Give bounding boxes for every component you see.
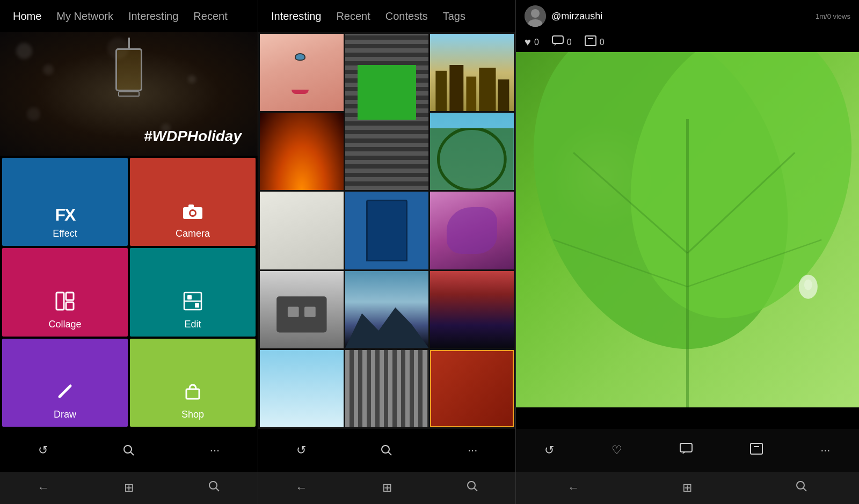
photo-item-5[interactable] bbox=[430, 113, 514, 190]
photo-item-13[interactable] bbox=[345, 350, 429, 427]
tile-camera[interactable]: Camera bbox=[130, 158, 256, 246]
tile-collage[interactable]: Collage bbox=[2, 248, 128, 336]
heart-icon: ♥ bbox=[525, 36, 531, 48]
hero-image: #WDPHoliday bbox=[0, 32, 258, 156]
svg-rect-25 bbox=[276, 297, 326, 333]
username: @mirzaushi bbox=[551, 11, 602, 22]
tile-camera-label: Camera bbox=[176, 228, 210, 239]
svg-rect-20 bbox=[467, 76, 477, 111]
detail-refresh-button[interactable]: ↺ bbox=[544, 443, 554, 457]
tab-home[interactable]: Home bbox=[5, 0, 49, 32]
photo-item-2[interactable] bbox=[345, 34, 429, 190]
tile-effect[interactable]: FX Effect bbox=[2, 158, 128, 246]
photo-item-1[interactable] bbox=[260, 34, 344, 111]
illus-shape bbox=[447, 207, 497, 254]
panel2-home-button[interactable]: ⊞ bbox=[382, 481, 392, 495]
detail-comment-button[interactable] bbox=[680, 443, 693, 458]
hero-text: #WDPHoliday bbox=[144, 128, 242, 145]
svg-rect-5 bbox=[66, 293, 74, 300]
lantern-bottom bbox=[118, 91, 140, 97]
tab2-contests[interactable]: Contests bbox=[378, 0, 435, 32]
photo-item-9[interactable] bbox=[260, 271, 344, 348]
svg-rect-36 bbox=[552, 36, 563, 43]
photo-item-6[interactable] bbox=[260, 192, 344, 269]
collage-icon bbox=[55, 291, 75, 316]
mountain-bg bbox=[345, 271, 429, 348]
share-icon bbox=[585, 35, 596, 49]
photo-item-14[interactable] bbox=[430, 350, 514, 427]
svg-rect-22 bbox=[498, 79, 509, 111]
photo-item-3[interactable] bbox=[430, 34, 514, 111]
photo-item-4[interactable] bbox=[260, 113, 344, 190]
tab-recent[interactable]: Recent bbox=[186, 0, 235, 32]
svg-rect-4 bbox=[56, 293, 64, 310]
comments-count: 0 bbox=[567, 38, 572, 47]
eye-detail bbox=[295, 53, 305, 61]
detail-more-button[interactable]: ··· bbox=[820, 443, 830, 457]
bokeh-dot bbox=[188, 75, 196, 83]
svg-point-34 bbox=[531, 9, 540, 18]
search-button[interactable] bbox=[118, 440, 140, 461]
svg-rect-27 bbox=[304, 307, 316, 317]
tile-edit[interactable]: Edit bbox=[130, 248, 256, 336]
svg-rect-3 bbox=[188, 204, 194, 208]
panel-photo-detail: @mirzaushi 1m/0 views ♥ 0 0 bbox=[515, 0, 859, 504]
detail-heart-button[interactable]: ♡ bbox=[612, 443, 622, 457]
trees-bg bbox=[430, 113, 514, 190]
landscape-bg bbox=[430, 271, 514, 348]
door-shape bbox=[366, 200, 408, 261]
photo-item-12[interactable] bbox=[260, 350, 344, 427]
svg-rect-23 bbox=[430, 128, 514, 190]
shares-count: 0 bbox=[600, 38, 605, 47]
photo-item-11[interactable] bbox=[430, 271, 514, 348]
svg-rect-10 bbox=[195, 303, 199, 308]
city-buildings bbox=[430, 65, 514, 112]
home-button[interactable]: ⊞ bbox=[124, 481, 134, 495]
tile-shop[interactable]: Shop bbox=[130, 339, 256, 427]
photo-item-8[interactable] bbox=[430, 192, 514, 269]
lips-detail bbox=[292, 90, 309, 94]
panel3-back-button[interactable]: ← bbox=[567, 481, 579, 495]
tab2-tags[interactable]: Tags bbox=[435, 0, 473, 32]
bokeh-dot bbox=[27, 107, 40, 121]
below-photo-space bbox=[516, 407, 859, 429]
tab2-interesting[interactable]: Interesting bbox=[264, 0, 329, 32]
more-button[interactable]: ··· bbox=[204, 440, 225, 461]
panel1-nav-bar: ← ⊞ bbox=[0, 472, 258, 504]
door-bg bbox=[345, 192, 429, 269]
panel2-bottom-bar: ↺ ··· bbox=[258, 429, 515, 472]
panel2-search-button[interactable] bbox=[376, 440, 397, 461]
panel2-nav-bar: ← ⊞ bbox=[258, 472, 515, 504]
tab2-recent[interactable]: Recent bbox=[329, 0, 377, 32]
photo-item-7[interactable] bbox=[345, 192, 429, 269]
illus-bg bbox=[430, 192, 514, 269]
svg-rect-26 bbox=[288, 307, 299, 317]
panel2-more-button[interactable]: ··· bbox=[462, 440, 483, 461]
tile-draw[interactable]: Draw bbox=[2, 339, 128, 427]
photo-item-10[interactable] bbox=[345, 271, 429, 348]
search-nav-button[interactable] bbox=[208, 480, 220, 495]
panel2-back-button[interactable]: ← bbox=[296, 481, 308, 495]
user-info: @mirzaushi bbox=[525, 5, 602, 27]
back-button[interactable]: ← bbox=[38, 481, 49, 495]
comment-icon bbox=[552, 35, 564, 49]
tab-mynetwork[interactable]: My Network bbox=[49, 0, 121, 32]
panel2-search-nav[interactable] bbox=[467, 480, 478, 495]
panel3-home-button[interactable]: ⊞ bbox=[682, 481, 692, 495]
refresh-button[interactable]: ↺ bbox=[32, 440, 54, 461]
panel3-search-nav[interactable] bbox=[796, 480, 807, 495]
avatar bbox=[525, 5, 546, 27]
craft-bg bbox=[431, 351, 513, 426]
hero-hashtag: #WDP bbox=[144, 128, 187, 144]
panel2-nav: Interesting Recent Contests Tags bbox=[258, 0, 515, 32]
likes-count: 0 bbox=[534, 38, 539, 47]
hero-background: #WDPHoliday bbox=[0, 32, 258, 156]
svg-rect-18 bbox=[436, 71, 447, 112]
panel-home: Home My Network Interesting Recent #WDPH… bbox=[0, 0, 258, 504]
fx-icon: FX bbox=[55, 205, 75, 225]
tab-interesting[interactable]: Interesting bbox=[121, 0, 186, 32]
svg-marker-28 bbox=[345, 308, 429, 348]
stats-row: ♥ 0 0 0 bbox=[516, 32, 859, 52]
detail-share-button[interactable] bbox=[750, 443, 763, 458]
panel2-refresh-button[interactable]: ↺ bbox=[290, 440, 312, 461]
